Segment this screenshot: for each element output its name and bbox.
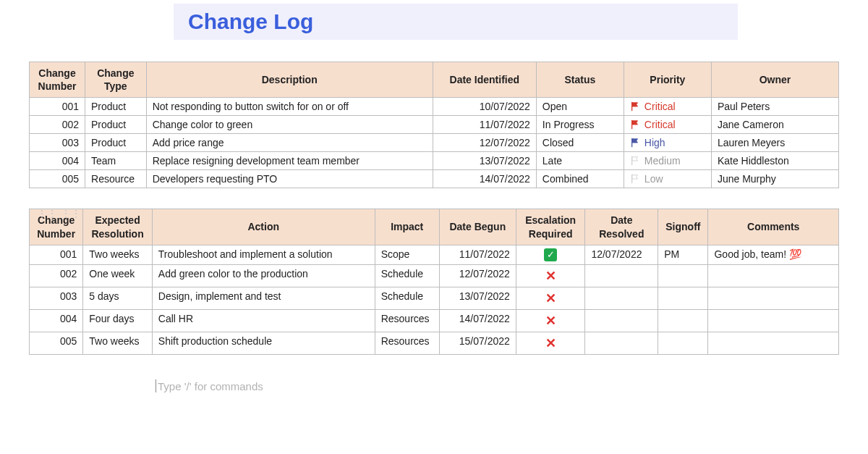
cell-change-number: 004 <box>30 152 85 170</box>
change-log-table-1: Change NumberChange TypeDescriptionDate … <box>29 62 839 188</box>
cell-escalation: ✕ <box>516 264 585 287</box>
table-row[interactable]: 005Two weeksShift production scheduleRes… <box>30 332 839 354</box>
cell-date-identified: 13/07/2022 <box>433 152 536 170</box>
cell-signoff <box>658 309 708 332</box>
cell-change-number: 005 <box>30 170 85 188</box>
drag-handle-icon[interactable]: ⋮⋮ ⋮⋮ <box>38 209 82 219</box>
priority-label: High <box>644 137 665 148</box>
cell-date-begun: 14/07/2022 <box>439 309 516 332</box>
cell-date-begun: 12/07/2022 <box>439 264 516 287</box>
cell-priority: High <box>624 134 711 152</box>
cell-date-identified: 14/07/2022 <box>433 170 536 188</box>
cell-owner: Kate Hiddleston <box>711 152 838 170</box>
table-row[interactable]: 005ResourceDevelopers requesting PTO14/0… <box>30 170 839 188</box>
cell-priority: Critical <box>624 116 711 134</box>
cell-date-resolved <box>585 287 658 309</box>
flag-icon <box>630 119 644 130</box>
cell-impact: Resources <box>375 332 439 354</box>
cell-priority: Critical <box>624 98 711 116</box>
cell-change-number: 001 <box>30 245 83 264</box>
flag-icon <box>630 173 644 185</box>
cell-date-resolved <box>585 332 658 354</box>
cell-change-type: Product <box>85 98 147 116</box>
cell-change-type: Team <box>85 152 147 170</box>
cell-escalation: ✓ <box>516 245 585 264</box>
cell-impact: Scope <box>375 245 439 264</box>
cross-icon: ✕ <box>545 314 556 328</box>
t2-header: Expected Resolution <box>83 209 153 245</box>
cell-action: Shift production schedule <box>152 332 375 354</box>
cell-signoff <box>658 287 708 309</box>
command-placeholder: Type '/' for commands <box>158 380 263 392</box>
t1-header: Date Identified <box>433 62 536 98</box>
cell-impact: Resources <box>375 309 439 332</box>
cell-escalation: ✕ <box>516 287 585 309</box>
t2-header: Impact <box>375 209 439 245</box>
t2-header: Signoff <box>658 209 708 245</box>
priority-label: Critical <box>644 101 676 112</box>
table-row[interactable]: 004Four daysCall HRResources14/07/2022✕ <box>30 309 839 332</box>
cell-priority: Medium <box>624 152 711 170</box>
cell-change-type: Product <box>85 134 147 152</box>
cell-action: Troubleshoot and implement a solution <box>152 245 375 264</box>
t1-header: Change Type <box>85 62 147 98</box>
cell-signoff <box>658 264 708 287</box>
cell-owner: Paul Peters <box>711 98 838 116</box>
cell-date-begun: 13/07/2022 <box>439 287 516 309</box>
cell-owner: Jane Cameron <box>711 116 838 134</box>
cell-change-number: 003 <box>30 287 83 309</box>
cell-change-type: Product <box>85 116 147 134</box>
t1-header: Description <box>146 62 433 98</box>
table-row[interactable]: 001ProductNot responding to button switc… <box>30 98 839 116</box>
t1-header: Status <box>536 62 624 98</box>
cell-action: Call HR <box>152 309 375 332</box>
cell-status: In Progress <box>536 116 624 134</box>
t1-header: Owner <box>711 62 838 98</box>
t2-header: Date Resolved <box>585 209 658 245</box>
cell-status: Late <box>536 152 624 170</box>
cell-change-number: 005 <box>30 332 83 354</box>
cell-comments <box>708 287 839 309</box>
cell-date-resolved <box>585 264 658 287</box>
cell-change-number: 003 <box>30 134 85 152</box>
cell-owner: June Murphy <box>711 170 838 188</box>
cell-action: Add green color to the production <box>152 264 375 287</box>
cross-icon: ✕ <box>545 336 556 350</box>
t1-header: Change Number <box>30 62 85 98</box>
cell-comments <box>708 264 839 287</box>
flag-icon <box>630 137 644 148</box>
command-input[interactable]: Type '/' for commands <box>29 375 839 392</box>
cell-expected-resolution: Two weeks <box>83 332 153 354</box>
cell-owner: Lauren Meyers <box>711 134 838 152</box>
table-row[interactable]: 002ProductChange color to green11/07/202… <box>30 116 839 134</box>
cell-description: Developers requesting PTO <box>146 170 433 188</box>
flag-icon <box>630 101 644 112</box>
cell-date-begun: 11/07/2022 <box>439 245 516 264</box>
cell-description: Replace resigning development team membe… <box>146 152 433 170</box>
cell-change-number: 004 <box>30 309 83 332</box>
cross-icon: ✕ <box>545 269 556 283</box>
cell-expected-resolution: 5 days <box>83 287 153 309</box>
table-row[interactable]: 001Two weeksTroubleshoot and implement a… <box>30 245 839 264</box>
t2-header: Date Begun <box>439 209 516 245</box>
cell-priority: Low <box>624 170 711 188</box>
check-icon: ✓ <box>544 248 557 261</box>
cell-date-identified: 12/07/2022 <box>433 134 536 152</box>
cell-description: Change color to green <box>146 116 433 134</box>
cell-date-begun: 15/07/2022 <box>439 332 516 354</box>
flag-icon <box>630 155 644 167</box>
cell-signoff: PM <box>658 245 708 264</box>
table-row[interactable]: 004TeamReplace resigning development tea… <box>30 152 839 170</box>
cell-date-resolved: 12/07/2022 <box>585 245 658 264</box>
cell-comments <box>708 332 839 354</box>
cell-description: Add price range <box>146 134 433 152</box>
table-row[interactable]: 0035 daysDesign, implement and testSched… <box>30 287 839 309</box>
priority-label: Medium <box>644 155 681 167</box>
cell-date-identified: 10/07/2022 <box>433 98 536 116</box>
cell-action: Design, implement and test <box>152 287 375 309</box>
table-row[interactable]: 002One weekAdd green color to the produc… <box>30 264 839 287</box>
table-row[interactable]: 003ProductAdd price range12/07/2022Close… <box>30 134 839 152</box>
cell-comments <box>708 309 839 332</box>
cell-expected-resolution: Four days <box>83 309 153 332</box>
cell-signoff <box>658 332 708 354</box>
